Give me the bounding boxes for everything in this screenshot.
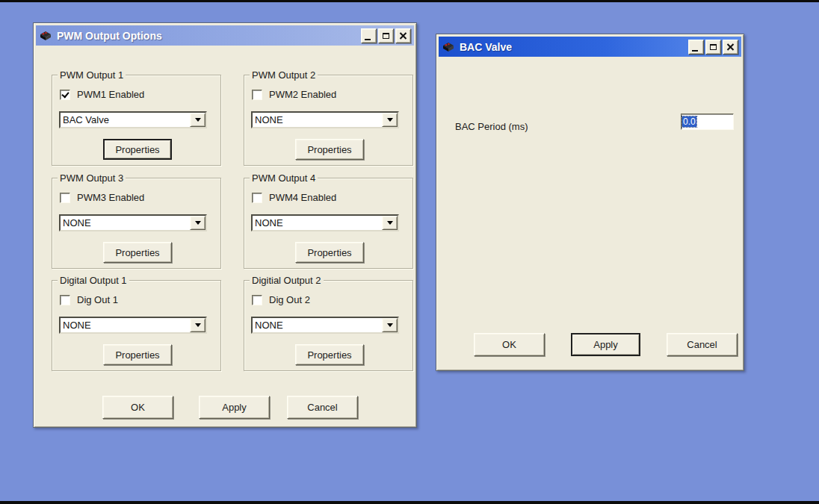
minimize-icon (365, 39, 371, 40)
selected-option: NONE (61, 216, 190, 230)
selected-text: 0.0 (682, 116, 696, 127)
pwm-window-titlebar[interactable]: PWM Output Options (36, 25, 414, 46)
group-pwm-output-2: PWM Output 2 PWM2 Enabled NONE Propertie… (244, 75, 413, 166)
group-pwm-output-4: PWM Output 4 PWM4 Enabled NONE Propertie… (244, 178, 413, 269)
chevron-down-icon (195, 118, 201, 122)
maximize-icon (710, 44, 717, 50)
dropdown-button[interactable] (190, 216, 205, 230)
device-icon (442, 41, 455, 52)
group-title: PWM Output 4 (250, 172, 318, 184)
group-title: PWM Output 2 (250, 69, 318, 81)
checkbox-label: Dig Out 1 (77, 294, 118, 305)
bac-period-input[interactable]: 0.0 (681, 113, 734, 130)
selected-option: NONE (61, 318, 190, 332)
checkbox-row: PWM4 Enabled (252, 192, 336, 203)
close-button[interactable] (723, 40, 738, 55)
pwm3-output-select[interactable]: NONE (59, 214, 207, 231)
chevron-down-icon (387, 323, 393, 327)
screen-edge-bottom (0, 501, 819, 504)
dropdown-button[interactable] (382, 216, 398, 230)
dig-out-1-select[interactable]: NONE (59, 317, 207, 334)
group-pwm-output-3: PWM Output 3 PWM3 Enabled NONE Propertie… (52, 178, 221, 269)
pwm1-output-select[interactable]: BAC Valve (59, 111, 207, 128)
titlebar-buttons (361, 28, 411, 43)
close-icon (399, 32, 407, 40)
close-button[interactable] (395, 28, 411, 43)
cancel-button[interactable]: Cancel (667, 333, 738, 356)
pwm4-enabled-checkbox[interactable] (252, 193, 262, 203)
selected-option: NONE (253, 216, 382, 230)
chevron-down-icon (195, 323, 201, 327)
maximize-icon (383, 33, 389, 39)
checkbox-label: PWM4 Enabled (269, 192, 336, 203)
window-title: BAC Valve (460, 41, 512, 53)
close-icon (726, 43, 735, 51)
selected-option: NONE (253, 318, 382, 332)
checkmark-icon (61, 90, 69, 98)
group-title: PWM Output 1 (58, 69, 126, 81)
dig-out-2-properties-button[interactable]: Properties (295, 344, 364, 365)
checkbox-label: PWM3 Enabled (77, 192, 144, 203)
selected-option: NONE (253, 113, 382, 127)
pwm2-output-select[interactable]: NONE (251, 111, 399, 128)
minimize-button[interactable] (361, 28, 377, 43)
screen-edge-top (0, 0, 819, 2)
checkbox-row: PWM1 Enabled (60, 89, 144, 100)
bac-period-label: BAC Period (ms) (455, 121, 528, 132)
pwm2-properties-button[interactable]: Properties (295, 139, 364, 160)
dropdown-button[interactable] (190, 113, 205, 127)
pwm4-properties-button[interactable]: Properties (295, 242, 364, 263)
titlebar-buttons (688, 40, 738, 55)
group-title: PWM Output 3 (58, 172, 126, 184)
pwm-output-options-window: PWM Output Options PWM Output 1 PWM1 Ena… (33, 22, 417, 428)
pwm3-enabled-checkbox[interactable] (60, 193, 70, 203)
dropdown-button[interactable] (190, 318, 205, 332)
pwm4-output-select[interactable]: NONE (251, 214, 399, 231)
pwm3-properties-button[interactable]: Properties (103, 242, 172, 263)
checkbox-label: PWM2 Enabled (269, 89, 336, 100)
ok-button[interactable]: OK (474, 333, 545, 356)
checkbox-label: PWM1 Enabled (77, 89, 144, 100)
window-title: PWM Output Options (57, 30, 162, 42)
dig-out-1-properties-button[interactable]: Properties (103, 344, 172, 365)
group-title: Digitial Output 2 (250, 275, 324, 286)
minimize-icon (692, 50, 698, 52)
ok-button[interactable]: OK (102, 396, 173, 419)
checkbox-row: Dig Out 1 (60, 294, 118, 305)
group-digital-output-2: Digitial Output 2 Dig Out 2 NONE Propert… (244, 280, 413, 371)
apply-button[interactable]: Apply (199, 396, 270, 419)
cancel-button[interactable]: Cancel (287, 396, 358, 419)
apply-button[interactable]: Apply (571, 333, 640, 356)
pwm1-enabled-checkbox[interactable] (60, 90, 70, 100)
checkbox-row: Dig Out 2 (252, 294, 310, 305)
group-title: Digital Output 1 (58, 275, 129, 286)
bac-window-titlebar[interactable]: BAC Valve (439, 37, 741, 57)
desktop: PWM Output Options PWM Output 1 PWM1 Ena… (0, 0, 819, 504)
pwm1-properties-button[interactable]: Properties (103, 139, 172, 160)
bac-valve-window: BAC Valve BAC Period (ms) 0.0 OK Apply C… (436, 34, 744, 371)
group-pwm-output-1: PWM Output 1 PWM1 Enabled BAC Valve Prop… (52, 75, 221, 166)
chevron-down-icon (387, 221, 393, 225)
dropdown-button[interactable] (382, 113, 398, 127)
dig-out-2-checkbox[interactable] (252, 295, 262, 305)
checkbox-row: PWM3 Enabled (60, 192, 144, 203)
maximize-button[interactable] (378, 28, 394, 43)
chevron-down-icon (387, 118, 393, 122)
pwm2-enabled-checkbox[interactable] (252, 90, 262, 100)
minimize-button[interactable] (688, 40, 704, 55)
dig-out-1-checkbox[interactable] (60, 295, 70, 305)
checkbox-row: PWM2 Enabled (252, 89, 336, 100)
chevron-down-icon (195, 221, 201, 225)
dig-out-2-select[interactable]: NONE (251, 317, 399, 334)
device-icon (39, 30, 52, 41)
selected-option: BAC Valve (61, 113, 190, 127)
dropdown-button[interactable] (382, 318, 398, 332)
maximize-button[interactable] (705, 40, 721, 55)
checkbox-label: Dig Out 2 (269, 294, 310, 305)
group-digital-output-1: Digital Output 1 Dig Out 1 NONE Properti… (52, 280, 221, 371)
